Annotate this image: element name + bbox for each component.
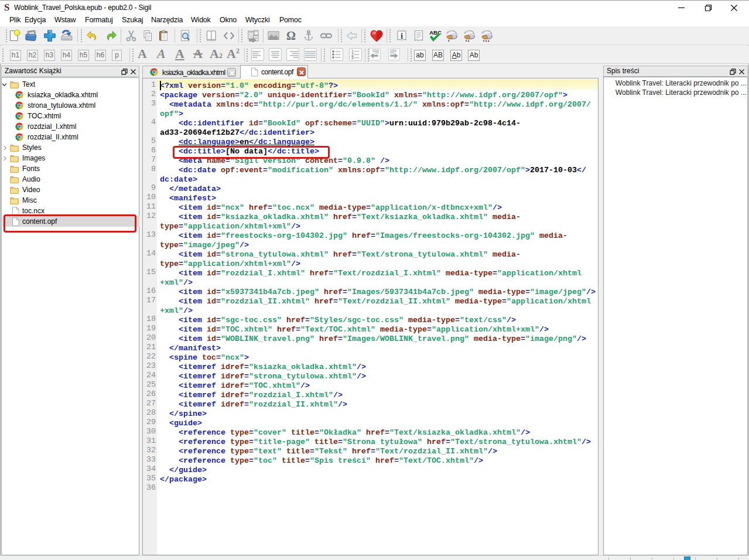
- svg-text:Ω: Ω: [286, 29, 296, 42]
- svg-text:3: 3: [351, 56, 354, 60]
- svg-text:i: i: [401, 31, 403, 40]
